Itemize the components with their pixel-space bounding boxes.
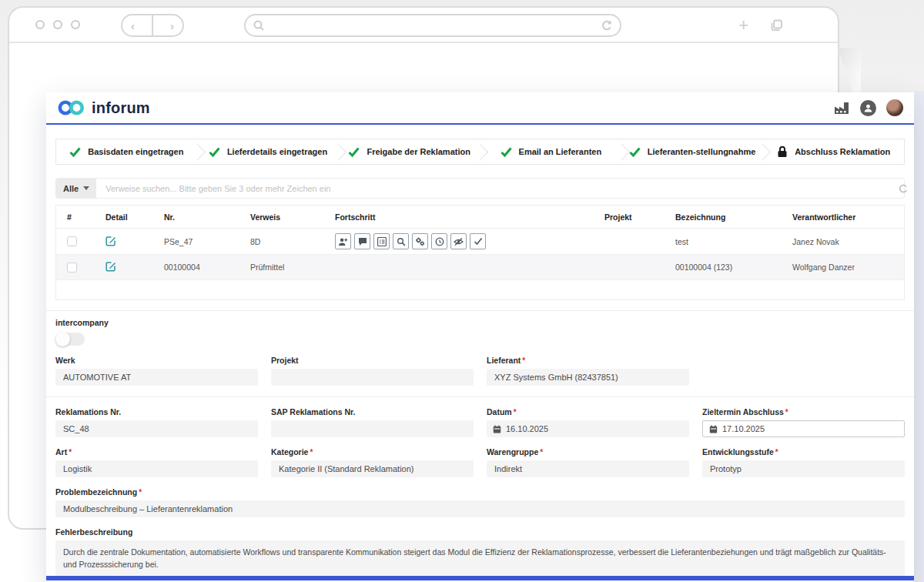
- col-verantwortlicher: Verantwortlicher: [783, 212, 902, 222]
- problembezeichnung-label: Problembezeichnung: [55, 487, 137, 497]
- sap-nr-input[interactable]: [271, 420, 474, 437]
- check-icon: [500, 147, 512, 157]
- required-asterisk: *: [785, 408, 788, 416]
- app-logo[interactable]: inforum: [57, 99, 150, 117]
- footer-accent-bar: [46, 576, 914, 580]
- clock-icon: [435, 237, 444, 246]
- reklamations-nr-input[interactable]: [55, 420, 258, 437]
- window-control-dot[interactable]: [53, 20, 62, 29]
- table-empty-strip: [56, 279, 904, 299]
- required-asterisk: *: [540, 448, 543, 457]
- avatar[interactable]: [886, 99, 903, 116]
- forward-icon[interactable]: ›: [170, 19, 174, 32]
- problembezeichnung-input[interactable]: [55, 500, 905, 517]
- gears-button[interactable]: [412, 233, 428, 249]
- cell-verweis: Prüfmittel: [241, 263, 326, 272]
- step-stellungnahme[interactable]: Lieferanten-stellungnahme: [622, 139, 763, 164]
- datum-datepicker[interactable]: 16.10.2025: [487, 420, 689, 437]
- chevron-down-icon: [83, 186, 89, 190]
- section-divider: [46, 396, 914, 397]
- required-asterisk: *: [514, 408, 517, 416]
- table-row: PSe_47 8D: [56, 229, 904, 254]
- fehlerbeschreibung-textarea[interactable]: Durch die zentrale Dokumentation, automa…: [55, 540, 905, 577]
- step-abschluss[interactable]: Abschluss Reklamation: [763, 139, 904, 164]
- window-controls[interactable]: [35, 20, 80, 29]
- col-bezeichnung: Bezeichnung: [666, 212, 783, 222]
- browser-right-buttons: +: [738, 14, 784, 37]
- projekt-input[interactable]: [271, 369, 474, 386]
- step-basisdaten[interactable]: Basisdaten eingetragen: [56, 139, 197, 164]
- filter-dropdown[interactable]: Alle: [56, 179, 96, 198]
- art-label: Art: [55, 447, 67, 457]
- user-circle-icon[interactable]: [860, 100, 876, 116]
- step-label: Freigabe der Reklamation: [367, 147, 470, 156]
- back-icon[interactable]: ‹: [131, 19, 135, 32]
- search-button[interactable]: [393, 233, 409, 249]
- datum-value: 16.10.2025: [506, 424, 548, 433]
- row-checkbox[interactable]: [67, 236, 77, 246]
- comment-icon: [358, 237, 367, 246]
- search-input[interactable]: [96, 184, 898, 193]
- cell-verantwortlicher: Janez Novak: [783, 237, 902, 246]
- infinity-logo-icon: [57, 99, 85, 116]
- kategorie-input[interactable]: [271, 460, 474, 477]
- datum-label: Datum: [487, 407, 512, 416]
- required-asterisk: *: [69, 448, 72, 457]
- warengruppe-input[interactable]: [487, 460, 689, 477]
- check-icon: [474, 237, 483, 246]
- address-bar[interactable]: [244, 14, 621, 37]
- check-icon: [629, 147, 641, 157]
- intercompany-toggle[interactable]: [55, 333, 85, 346]
- background-strip: [914, 91, 924, 582]
- werk-label: Werk: [55, 356, 75, 365]
- claim-form: intercompany Werk Projekt Lieferant* Rek…: [46, 310, 914, 577]
- lieferant-label: Lieferant: [487, 356, 521, 365]
- eye-slash-icon: [454, 237, 464, 246]
- add-person-button[interactable]: [335, 233, 351, 249]
- intercompany-label: intercompany: [55, 318, 905, 327]
- step-lieferdetails[interactable]: Lieferdetails eingetragen: [198, 139, 339, 164]
- required-asterisk: *: [775, 448, 778, 457]
- nav-buttons: ‹ ›: [121, 14, 184, 37]
- col-verweis: Verweis: [241, 212, 326, 222]
- step-email[interactable]: Email an Lieferanten: [480, 139, 621, 164]
- factory-icon[interactable]: [833, 101, 850, 115]
- edit-detail-button[interactable]: [105, 236, 116, 246]
- check-icon: [69, 147, 81, 157]
- hide-button[interactable]: [450, 233, 467, 249]
- entwicklungsstufe-input[interactable]: [702, 460, 905, 477]
- row-checkbox[interactable]: [67, 263, 77, 273]
- window-control-dot[interactable]: [71, 20, 80, 29]
- edit-detail-button[interactable]: [105, 261, 116, 272]
- werk-input[interactable]: [55, 369, 258, 386]
- entwicklungsstufe-label: Entwicklungsstufe: [702, 447, 774, 457]
- check-button[interactable]: [470, 233, 486, 249]
- cell-nr: 00100004: [155, 263, 241, 272]
- new-tab-icon[interactable]: +: [738, 17, 748, 34]
- comment-button[interactable]: [354, 233, 370, 249]
- browser-toolbar: ‹ › +: [9, 8, 838, 43]
- window-control-dot[interactable]: [35, 20, 45, 29]
- zieltermin-datepicker[interactable]: 17.10.2025: [702, 420, 905, 437]
- required-asterisk: *: [139, 488, 142, 497]
- checklist-button[interactable]: [373, 233, 390, 249]
- clock-button[interactable]: [431, 233, 447, 249]
- toggle-knob: [55, 332, 70, 346]
- reference-search-bar: Alle: [55, 178, 905, 199]
- step-label: Lieferanten-stellungnahme: [648, 147, 756, 156]
- col-nr: Nr.: [155, 212, 241, 222]
- col-fortschritt: Fortschritt: [326, 212, 595, 222]
- art-input[interactable]: [55, 460, 258, 477]
- lieferant-input[interactable]: [487, 369, 689, 386]
- tab-switcher-icon[interactable]: [770, 18, 784, 32]
- step-freigabe[interactable]: Freigabe der Reklamation: [339, 139, 480, 164]
- calendar-icon: [493, 425, 501, 433]
- col-hash: #: [58, 212, 96, 222]
- refresh-icon[interactable]: [898, 183, 909, 194]
- refresh-icon[interactable]: [601, 19, 613, 32]
- step-label: Lieferdetails eingetragen: [227, 147, 327, 156]
- progress-icons: [335, 233, 595, 249]
- warengruppe-label: Warengruppe: [487, 447, 538, 457]
- reklamations-nr-label: Reklamations Nr.: [55, 407, 121, 416]
- logo-text: inforum: [92, 99, 150, 117]
